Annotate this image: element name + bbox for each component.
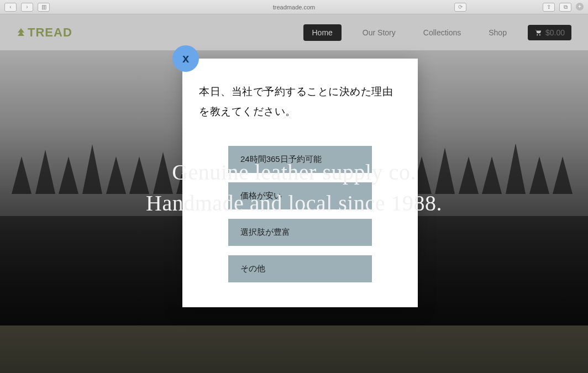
survey-option-4[interactable]: その他 (228, 255, 372, 282)
page-content: TREAD Home Our Story Collections Shop $0… (0, 14, 588, 373)
address-bar[interactable]: treadmade.com (273, 4, 315, 10)
forward-button[interactable]: › (21, 3, 33, 12)
new-tab-button[interactable]: + (576, 3, 584, 10)
hero-line-1: Genuine leather supply co. (172, 160, 416, 185)
hero-line-2: Handmade and local since 1988. (146, 191, 442, 216)
share-button[interactable]: ⇪ (543, 3, 555, 12)
back-button[interactable]: ‹ (4, 3, 17, 12)
reload-button[interactable]: ⟳ (454, 3, 466, 12)
close-button[interactable]: x (172, 45, 199, 72)
browser-toolbar: ‹ › ▥ treadmade.com ⟳ ⇪ ⧉ + (0, 0, 588, 14)
survey-option-3[interactable]: 選択肢が豊富 (228, 219, 372, 246)
close-icon: x (182, 51, 189, 66)
sidebar-button[interactable]: ▥ (38, 3, 50, 12)
survey-question: 本日、当社で予約することに決めた理由を教えてください。 (199, 82, 401, 122)
tabs-button[interactable]: ⧉ (559, 3, 571, 12)
hero-headline: Genuine leather supply co. Handmade and … (146, 157, 442, 219)
